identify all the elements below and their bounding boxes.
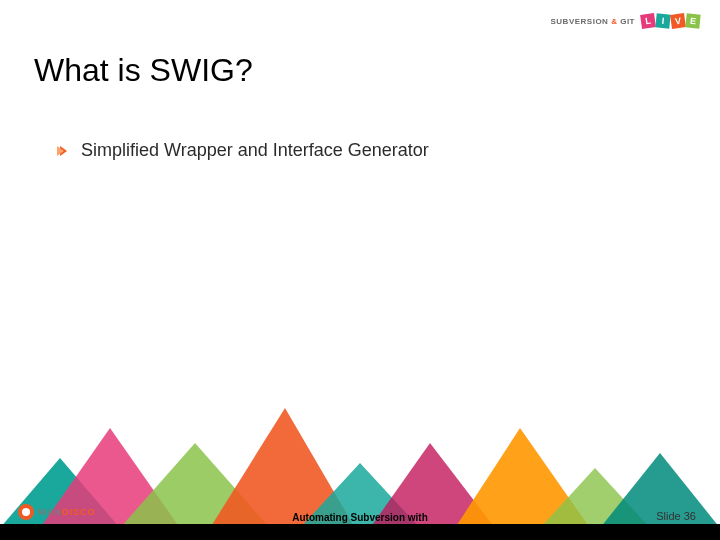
svg-marker-2	[120, 443, 270, 528]
wandisco-logo: WANDISCO	[18, 504, 96, 520]
live-letter-L: L	[640, 13, 656, 29]
brand-left: WAN	[38, 507, 62, 517]
svg-marker-7	[540, 468, 650, 528]
brand-glyph-icon	[18, 504, 34, 520]
page-title: What is SWIG?	[34, 52, 253, 89]
decorative-triangles	[0, 398, 720, 528]
footer-bar	[0, 524, 720, 540]
slide: SUBVERSION & GIT L I V E What is SWIG? S…	[0, 0, 720, 540]
chevron-icon	[60, 146, 67, 156]
brand-right: DISCO	[62, 507, 96, 517]
list-item: Simplified Wrapper and Interface Generat…	[60, 140, 429, 161]
bullet-text: Simplified Wrapper and Interface Generat…	[81, 140, 429, 161]
logo-text: SUBVERSION & GIT	[551, 17, 636, 26]
live-logo: L I V E	[641, 14, 700, 28]
logo-subversion: SUBVERSION	[551, 17, 609, 26]
svg-marker-6	[455, 428, 590, 528]
logo-git: GIT	[620, 17, 635, 26]
event-logo: SUBVERSION & GIT L I V E	[551, 14, 701, 28]
brand-text: WANDISCO	[38, 507, 96, 517]
svg-marker-3	[210, 408, 355, 528]
logo-amp: &	[611, 17, 617, 26]
live-letter-E: E	[685, 13, 700, 28]
live-letter-I: I	[655, 13, 670, 28]
live-letter-V: V	[670, 13, 686, 29]
bullet-list: Simplified Wrapper and Interface Generat…	[60, 140, 429, 161]
slide-number: Slide 36	[656, 510, 696, 522]
